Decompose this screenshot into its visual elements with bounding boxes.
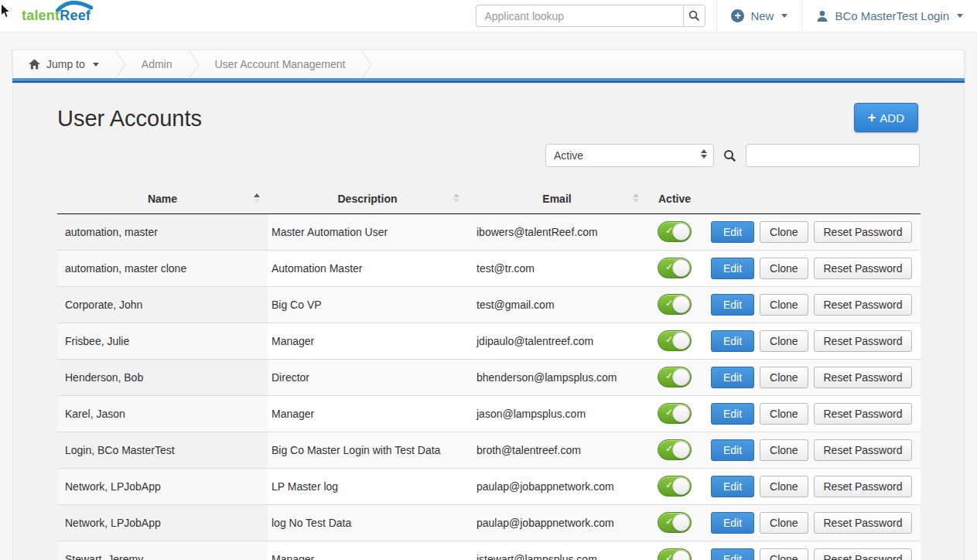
search-icon (688, 10, 700, 22)
column-header-email[interactable]: Email (467, 184, 647, 213)
applicant-lookup-input[interactable] (476, 5, 683, 27)
clone-button[interactable]: Clone (760, 294, 808, 316)
breadcrumb-item-admin[interactable]: Admin (126, 50, 188, 78)
user-email-cell: test@tr.com (467, 250, 647, 286)
column-label: Email (542, 193, 571, 205)
toggle-knob (672, 295, 690, 313)
edit-button[interactable]: Edit (711, 367, 754, 388)
active-toggle[interactable]: ✓ (658, 548, 692, 560)
user-table-body: automation, master Master Automation Use… (57, 213, 921, 560)
clone-button[interactable]: Clone (760, 512, 808, 534)
clone-button[interactable]: Clone (760, 221, 808, 243)
user-email-cell: jason@lampsplus.com (467, 395, 647, 432)
table-controls: Active (57, 144, 920, 167)
edit-button[interactable]: Edit (711, 221, 754, 243)
jump-to-dropdown[interactable]: Jump to (13, 50, 114, 78)
toggle-knob (672, 441, 690, 459)
breadcrumb-accent-bar (12, 78, 965, 83)
edit-button[interactable]: Edit (711, 439, 754, 461)
chevron-down-icon (93, 63, 99, 67)
active-toggle[interactable]: ✓ (658, 439, 692, 460)
breadcrumb-separator (114, 50, 126, 78)
clone-button[interactable]: Clone (760, 439, 808, 461)
user-name-cell: Stewart, Jeremy (57, 541, 268, 560)
toggle-knob (672, 368, 690, 386)
column-header-actions (702, 184, 921, 213)
user-name-cell: automation, master clone (57, 250, 268, 286)
toggle-knob (672, 259, 690, 277)
clone-button[interactable]: Clone (760, 258, 808, 279)
user-menu[interactable]: BCo MasterTest Login (801, 0, 977, 32)
add-user-button[interactable]: + ADD (854, 103, 918, 132)
active-toggle[interactable]: ✓ (658, 221, 692, 242)
reset-password-button[interactable]: Reset Password (814, 512, 913, 534)
edit-button[interactable]: Edit (711, 258, 754, 279)
clone-button[interactable]: Clone (760, 403, 808, 425)
edit-button[interactable]: Edit (711, 330, 754, 352)
table-row: Frisbee, Julie Manager jdipaulo@talentre… (57, 323, 921, 359)
active-toggle[interactable]: ✓ (658, 294, 692, 315)
breadcrumb-separator (360, 50, 372, 78)
page-title: User Accounts (57, 86, 920, 131)
active-toggle[interactable]: ✓ (658, 330, 692, 351)
column-header-name[interactable]: Name (57, 184, 268, 213)
reset-password-button[interactable]: Reset Password (814, 476, 913, 497)
active-toggle[interactable]: ✓ (658, 258, 692, 278)
reset-password-button[interactable]: Reset Password (814, 548, 913, 560)
breadcrumb-item-user-account-management[interactable]: User Account Management (200, 50, 361, 78)
reset-password-button[interactable]: Reset Password (814, 294, 913, 316)
column-label: Description (337, 193, 397, 205)
breadcrumb-label: Admin (142, 58, 173, 70)
user-description-cell: Manager (268, 323, 467, 359)
applicant-lookup-search-button[interactable] (683, 5, 705, 27)
new-menu[interactable]: + New (716, 0, 801, 32)
edit-button[interactable]: Edit (711, 512, 754, 534)
user-name-cell: Network, LPJobApp (57, 504, 268, 541)
reset-password-button[interactable]: Reset Password (814, 367, 913, 388)
table-row: Network, LPJobApp log No Test Data paula… (57, 504, 921, 541)
user-description-cell: Manager (268, 541, 467, 560)
chevron-down-icon (781, 14, 787, 18)
active-toggle[interactable]: ✓ (658, 512, 692, 533)
edit-button[interactable]: Edit (711, 548, 754, 560)
talentreef-logo[interactable]: talentReef (22, 8, 91, 24)
user-description-cell: Big Co VP (268, 286, 467, 323)
user-description-cell: Big Co Master Login with Test Data (268, 432, 467, 468)
plus-icon: + (868, 111, 876, 125)
active-toggle[interactable]: ✓ (658, 476, 692, 497)
clone-button[interactable]: Clone (760, 330, 808, 352)
user-name-cell: Login, BCo MasterTest (57, 432, 268, 468)
reset-password-button[interactable]: Reset Password (814, 221, 913, 243)
user-name-cell: Frisbee, Julie (57, 323, 268, 359)
table-header-row: Name Description Email Active (57, 184, 921, 213)
user-description-cell: Automation Master (268, 250, 467, 286)
edit-button[interactable]: Edit (711, 403, 754, 425)
main-panel: User Accounts + ADD Active Name (12, 86, 965, 560)
clone-button[interactable]: Clone (760, 476, 808, 497)
clone-button[interactable]: Clone (760, 548, 808, 560)
reset-password-button[interactable]: Reset Password (814, 403, 913, 425)
active-toggle[interactable]: ✓ (658, 367, 692, 388)
status-filter-select[interactable]: Active (545, 144, 714, 167)
reset-password-button[interactable]: Reset Password (814, 258, 913, 279)
reset-password-button[interactable]: Reset Password (814, 330, 913, 352)
table-search-input[interactable] (746, 144, 920, 167)
user-description-cell: Director (268, 359, 467, 395)
column-header-description[interactable]: Description (268, 184, 467, 213)
user-name-cell: Network, LPJobApp (57, 468, 268, 504)
plus-circle-icon: + (731, 9, 744, 22)
reset-password-button[interactable]: Reset Password (814, 439, 913, 461)
top-navbar: talentReef + New BCo MasterTest Lo (0, 0, 977, 32)
user-email-cell: ibowers@talentReef.com (467, 213, 647, 250)
toggle-knob (672, 514, 690, 531)
applicant-lookup-group (476, 0, 705, 32)
user-email-cell: jdipaulo@talentreef.com (467, 323, 647, 359)
home-icon (29, 59, 40, 70)
user-name-cell: automation, master (57, 213, 268, 250)
edit-button[interactable]: Edit (711, 476, 754, 497)
active-toggle[interactable]: ✓ (658, 403, 692, 424)
clone-button[interactable]: Clone (760, 367, 808, 388)
user-description-cell: Master Automation User (268, 213, 467, 250)
edit-button[interactable]: Edit (711, 294, 754, 316)
new-menu-label: New (750, 9, 774, 22)
